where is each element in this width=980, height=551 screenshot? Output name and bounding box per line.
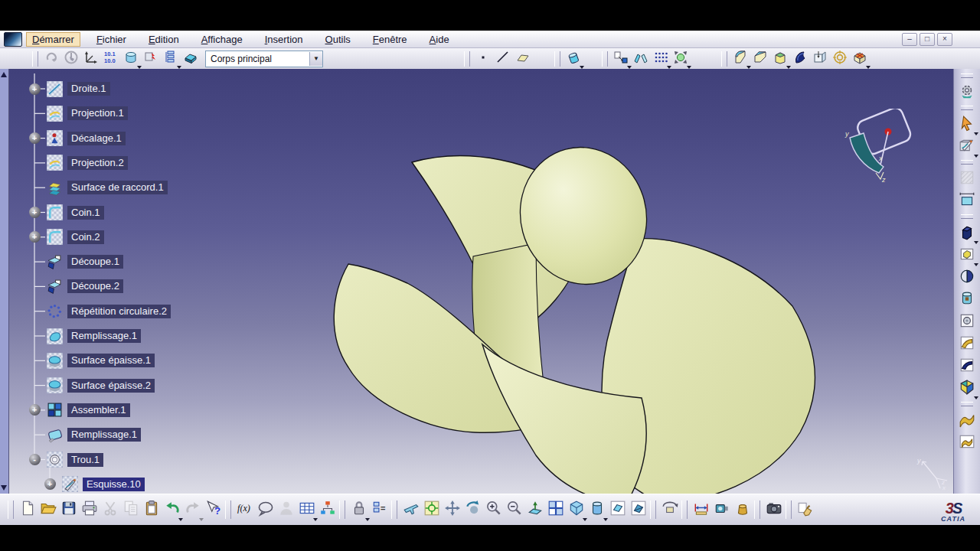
- tree-label[interactable]: Surface épaisse.2: [67, 379, 155, 393]
- multisection-cube-dropdown-caret[interactable]: [974, 396, 978, 399]
- pan-arrows-button[interactable]: [442, 499, 462, 520]
- pocket-win-button[interactable]: [957, 245, 978, 266]
- tree-item-decalage.1[interactable]: Décalage.1: [47, 129, 126, 148]
- tree-label[interactable]: Remplissage.1: [67, 428, 141, 442]
- page-new-button[interactable]: [17, 499, 38, 520]
- sketcher-button[interactable]: [957, 136, 978, 157]
- tree-item-coin.2[interactable]: Coin.2: [47, 228, 104, 246]
- padlock-button[interactable]: [348, 499, 369, 520]
- quad-view-button[interactable]: [545, 499, 566, 520]
- slot-navy-button[interactable]: [957, 356, 978, 377]
- eraser-button[interactable]: [564, 50, 583, 68]
- tree-item-remplissage.1[interactable]: Remplissage.1: [47, 425, 141, 444]
- pad-solid-button[interactable]: [957, 223, 978, 243]
- thread-target-button[interactable]: [830, 50, 850, 68]
- catalog-flash-button[interactable]: [141, 50, 161, 68]
- tree-expander-collapsed[interactable]: +: [29, 83, 41, 95]
- toolbar-grip[interactable]: [554, 51, 560, 67]
- toolbar-grip[interactable]: [32, 51, 38, 67]
- gear-button[interactable]: [957, 82, 978, 103]
- list-eq-button[interactable]: =: [369, 499, 390, 520]
- zoom-out-button[interactable]: [504, 499, 524, 520]
- toolbar-grip[interactable]: [602, 51, 608, 67]
- table-grid-button[interactable]: [296, 499, 317, 520]
- close-button[interactable]: ×: [937, 33, 952, 46]
- box-shaded-button[interactable]: [607, 499, 628, 520]
- dock-grip[interactable]: [961, 402, 973, 406]
- tree-label[interactable]: Surface épaisse.1: [67, 354, 155, 367]
- tree-item-coin.1[interactable]: Coin.1: [47, 204, 104, 222]
- toolbar-grip[interactable]: [225, 500, 231, 519]
- floppy-button[interactable]: [58, 499, 79, 520]
- toolbar-grip[interactable]: [8, 500, 14, 519]
- dock-grip[interactable]: [961, 214, 973, 219]
- rib-gold-button[interactable]: [957, 334, 978, 354]
- menu-affichage[interactable]: Affichage: [195, 32, 249, 47]
- toolbar-grip[interactable]: [391, 500, 397, 519]
- tree-scrollbar[interactable]: [0, 69, 9, 494]
- tree-label[interactable]: Remplissage.1: [67, 329, 141, 343]
- render-cyl-button[interactable]: [586, 499, 607, 520]
- tree-item-assembler.1[interactable]: Assembler.1: [47, 401, 130, 419]
- surf-gold-button[interactable]: [957, 410, 978, 431]
- remove-face-dropdown-caret[interactable]: [866, 66, 871, 69]
- measure-item-button[interactable]: [711, 499, 732, 520]
- camera-button[interactable]: [763, 499, 784, 520]
- groove-cyl-button[interactable]: [957, 289, 978, 310]
- menu-fenetre[interactable]: Fenêtre: [367, 32, 413, 47]
- tree-item-surfacederaccord.1[interactable]: Surface de raccord.1: [47, 178, 168, 197]
- toolbar-grip[interactable]: [754, 500, 760, 519]
- redo-button[interactable]: [182, 499, 203, 520]
- tree-expander-collapsed[interactable]: +: [29, 207, 41, 218]
- multisection-cube-button[interactable]: [957, 378, 978, 399]
- paint-hand-button[interactable]: [795, 499, 815, 520]
- toolbar-grip[interactable]: [339, 500, 345, 519]
- symmetry-button[interactable]: [631, 50, 651, 68]
- axis-system-button[interactable]: [81, 50, 101, 68]
- select-arrow-dropdown-caret[interactable]: [974, 132, 978, 135]
- fx-button[interactable]: f(x): [234, 499, 255, 520]
- copy2-button[interactable]: [120, 499, 141, 520]
- toolbar-grip[interactable]: [681, 500, 688, 519]
- manual-update-button[interactable]: [61, 50, 81, 68]
- fly-plane-button[interactable]: [400, 499, 421, 520]
- tree-label[interactable]: Assembler.1: [67, 403, 130, 417]
- tree-label[interactable]: Découpe.2: [67, 279, 123, 293]
- tree-label[interactable]: Projection.2: [67, 156, 128, 170]
- part-body-button[interactable]: [121, 50, 141, 68]
- tree-label[interactable]: Trou.1: [67, 453, 103, 467]
- tree-item-surfaceepaisse.2[interactable]: Surface épaisse.2: [47, 377, 155, 395]
- folder-open-button[interactable]: [38, 499, 58, 520]
- scissors-button[interactable]: [100, 499, 120, 520]
- point-button[interactable]: [473, 50, 493, 68]
- tree-label[interactable]: Droite.1: [67, 82, 110, 96]
- clipboard-button[interactable]: [141, 499, 162, 520]
- menu-outils[interactable]: Outils: [319, 32, 357, 47]
- pad-solid-dropdown-caret[interactable]: [974, 241, 978, 244]
- select-arrow-button[interactable]: [957, 114, 978, 135]
- structure-list-button[interactable]: [161, 50, 181, 68]
- constraint-dim-button[interactable]: [957, 191, 978, 211]
- pocket-win-dropdown-caret[interactable]: [974, 263, 978, 266]
- fit-all-button[interactable]: [421, 499, 442, 520]
- body-selector-combo[interactable]: Corps principal▼: [205, 51, 323, 67]
- help-cursor-button[interactable]: ?: [203, 499, 224, 520]
- fillet-button[interactable]: [730, 50, 750, 68]
- tree-item-repetitioncirculaire.2[interactable]: Répétition circulaire.2: [47, 302, 171, 321]
- update-button[interactable]: [41, 50, 61, 68]
- tree-label[interactable]: Répétition circulaire.2: [67, 305, 171, 318]
- tree-expander-collapsed[interactable]: +: [29, 132, 41, 144]
- toolbar-grip[interactable]: [786, 500, 792, 519]
- tree-label[interactable]: Projection.1: [67, 106, 128, 120]
- person-button[interactable]: [276, 499, 296, 520]
- printer-button[interactable]: [79, 499, 100, 520]
- combo-dropdown-arrow[interactable]: ▼: [309, 52, 322, 66]
- tree-label[interactable]: Surface de raccord.1: [67, 181, 168, 194]
- section-box-button[interactable]: [810, 50, 830, 68]
- turntable-button[interactable]: [659, 499, 680, 520]
- toolbar-grip[interactable]: [464, 51, 470, 67]
- scaling-button[interactable]: [671, 50, 691, 68]
- tree-item-remplissage.1[interactable]: Remplissage.1: [47, 327, 141, 345]
- inertia-weight-button[interactable]: [732, 499, 753, 520]
- tree-item-surfaceepaisse.1[interactable]: Surface épaisse.1: [47, 351, 155, 370]
